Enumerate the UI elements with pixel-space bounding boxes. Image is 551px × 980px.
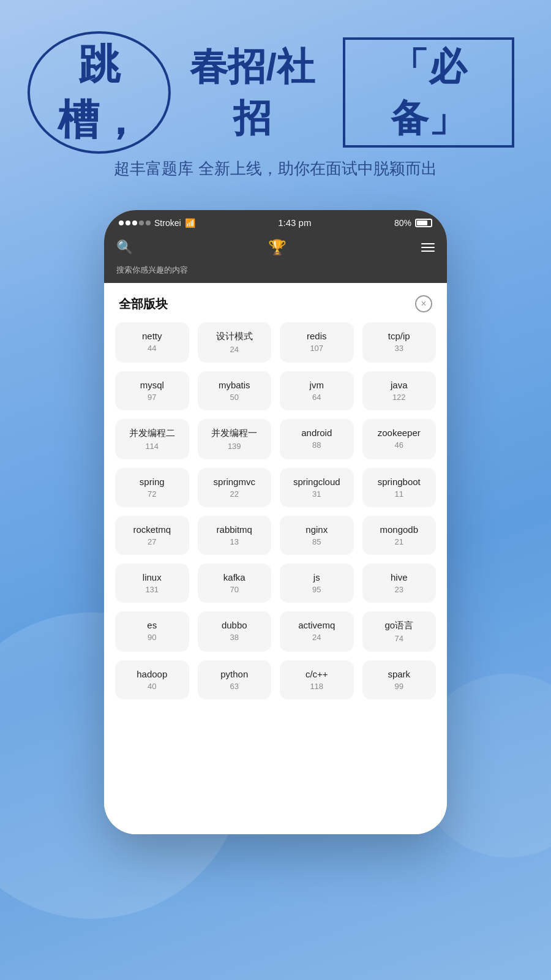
grid-item-name: tcp/ip (367, 331, 432, 341)
grid-item-count: 33 (367, 344, 432, 353)
grid-item-hadoop[interactable]: hadoop40 (115, 660, 189, 699)
close-button[interactable]: × (415, 295, 432, 312)
section-header: 全部版块 × (104, 283, 447, 322)
grid-item-count: 131 (120, 585, 184, 594)
grid-item-count: 44 (120, 344, 184, 353)
battery-fill (417, 221, 427, 225)
battery-icon (415, 219, 432, 227)
grid-item-name: 设计模式 (203, 331, 267, 342)
grid-item-activemq[interactable]: activemq24 (280, 611, 354, 652)
grid-item-mongodb[interactable]: mongodb21 (362, 516, 437, 555)
grid-item-name: mongodb (367, 524, 432, 535)
grid-item-name: dubbo (203, 620, 267, 630)
battery-percent: 80% (394, 218, 411, 228)
grid-item-name: spring (120, 477, 184, 487)
nav-subtitle: 搜索你感兴趣的内容 (104, 265, 447, 283)
grid-item-name: springcloud (285, 477, 349, 487)
grid-item-count: 97 (120, 393, 184, 402)
grid-item-count: 114 (120, 442, 184, 451)
grid-item-count: 64 (285, 393, 349, 402)
grid-item-rabbitmq[interactable]: rabbitmq13 (198, 516, 272, 555)
title-oval-decoration (28, 31, 171, 154)
menu-icon[interactable] (421, 243, 435, 252)
status-left: Strokei 📶 (119, 218, 195, 228)
grid-item-count: 50 (203, 393, 267, 402)
grid-item-name: redis (285, 331, 349, 341)
grid-item-java[interactable]: java122 (362, 371, 437, 410)
grid-item-tcp-ip[interactable]: tcp/ip33 (362, 322, 437, 363)
grid-item-count: 107 (285, 344, 349, 353)
grid-item-name: c/c++ (285, 669, 349, 679)
menu-line-1 (421, 243, 435, 244)
grid-item-hive[interactable]: hive23 (362, 564, 437, 603)
content-area: 全部版块 × netty44设计模式24redis107tcp/ip33mysq… (104, 283, 447, 834)
grid-item-name: js (285, 572, 349, 582)
status-bar: Strokei 📶 1:43 pm 80% (104, 210, 447, 233)
grid-item-name: netty (120, 331, 184, 341)
grid-item-mybatis[interactable]: mybatis50 (198, 371, 272, 410)
grid-item-springmvc[interactable]: springmvc22 (198, 468, 272, 507)
phone-frame: Strokei 📶 1:43 pm 80% 🔍 🏆 搜索你感兴趣的内容 (104, 210, 447, 834)
grid-item-springboot[interactable]: springboot11 (362, 468, 437, 507)
grid-item-count: 74 (367, 634, 432, 643)
grid-item-linux[interactable]: linux131 (115, 564, 189, 603)
grid-item-springcloud[interactable]: springcloud31 (280, 468, 354, 507)
menu-line-2 (421, 247, 435, 248)
grid-item-count: 11 (367, 489, 432, 499)
grid-item-name: android (285, 428, 349, 438)
grid-item-name: kafka (203, 572, 267, 582)
title-line: 跳槽， 春招/社招 「必备」 (37, 37, 514, 148)
grid-item-name: go语言 (367, 620, 432, 631)
grid-item-name: java (367, 380, 432, 390)
category-grid: netty44设计模式24redis107tcp/ip33mysql97myba… (104, 322, 447, 714)
grid-item-count: 31 (285, 489, 349, 499)
header-subtitle: 超丰富题库 全新上线，助你在面试中脱颖而出 (37, 158, 514, 179)
grid-item-count: 118 (285, 682, 349, 691)
signal-dots (119, 221, 151, 225)
grid-item-spark[interactable]: spark99 (362, 660, 437, 699)
grid-item-count: 46 (367, 440, 432, 450)
grid-item-count: 27 (120, 537, 184, 546)
grid-item-c-c--[interactable]: c/c++118 (280, 660, 354, 699)
grid-item-count: 95 (285, 585, 349, 594)
grid-item-spring[interactable]: spring72 (115, 468, 189, 507)
grid-item-name: hive (367, 572, 432, 582)
grid-item-netty[interactable]: netty44 (115, 322, 189, 363)
section-title: 全部版块 (119, 296, 168, 312)
grid-item-redis[interactable]: redis107 (280, 322, 354, 363)
grid-item-name: es (120, 620, 184, 630)
grid-item-name: nginx (285, 524, 349, 535)
grid-item-count: 38 (203, 633, 267, 642)
grid-item-jvm[interactable]: jvm64 (280, 371, 354, 410)
grid-item------[interactable]: 并发编程一139 (198, 419, 272, 459)
grid-item-name: rocketmq (120, 524, 184, 535)
search-icon[interactable]: 🔍 (116, 239, 133, 255)
grid-item-android[interactable]: android88 (280, 419, 354, 459)
grid-item-name: springmvc (203, 477, 267, 487)
grid-item-count: 90 (120, 633, 184, 642)
grid-item-dubbo[interactable]: dubbo38 (198, 611, 272, 652)
menu-line-3 (421, 251, 435, 252)
grid-item-name: rabbitmq (203, 524, 267, 535)
grid-item------[interactable]: 并发编程二114 (115, 419, 189, 459)
grid-item-es[interactable]: es90 (115, 611, 189, 652)
trophy-icon[interactable]: 🏆 (268, 239, 287, 256)
signal-dot-5 (146, 221, 151, 225)
grid-item-kafka[interactable]: kafka70 (198, 564, 272, 603)
grid-item-name: springboot (367, 477, 432, 487)
grid-item-zookeeper[interactable]: zookeeper46 (362, 419, 437, 459)
title-secondary: 春招/社招 (171, 41, 334, 144)
grid-item-nginx[interactable]: nginx85 (280, 516, 354, 555)
grid-item-go--[interactable]: go语言74 (362, 611, 437, 652)
grid-item-name: linux (120, 572, 184, 582)
grid-item-python[interactable]: python63 (198, 660, 272, 699)
grid-item-count: 40 (120, 682, 184, 691)
grid-item-js[interactable]: js95 (280, 564, 354, 603)
grid-item-----[interactable]: 设计模式24 (198, 322, 272, 363)
signal-dot-4 (139, 221, 144, 225)
grid-item-mysql[interactable]: mysql97 (115, 371, 189, 410)
grid-item-count: 13 (203, 537, 267, 546)
grid-item-rocketmq[interactable]: rocketmq27 (115, 516, 189, 555)
carrier-name: Strokei (154, 218, 181, 228)
grid-item-count: 24 (203, 345, 267, 354)
